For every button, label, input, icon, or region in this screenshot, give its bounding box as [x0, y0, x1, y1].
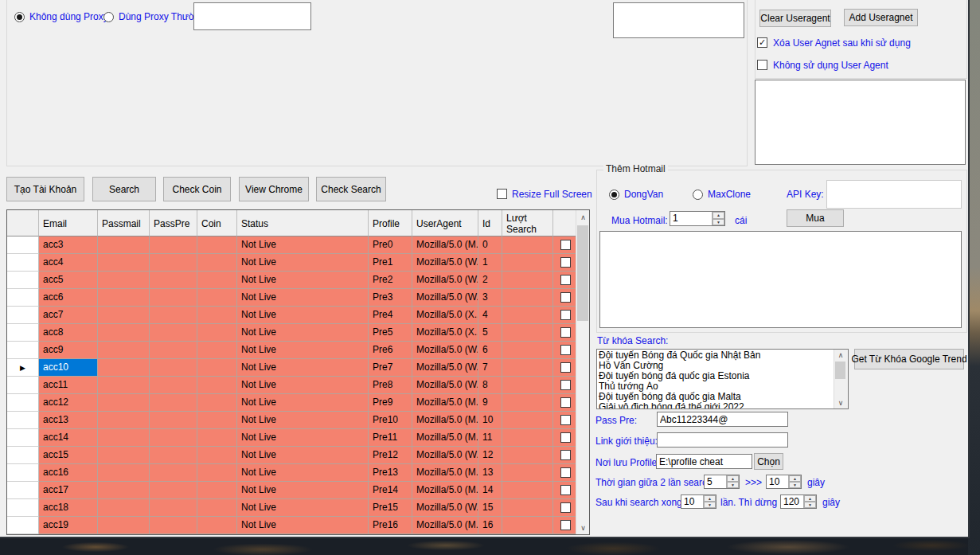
keyword-list-item[interactable]: Đội tuyển bóng đá quốc gia Estonia [597, 371, 834, 381]
cell-status[interactable]: Not Live [237, 412, 369, 429]
cell-passmail[interactable] [98, 359, 150, 377]
stop-stepper[interactable]: 120 ▲▼ [780, 494, 817, 509]
cell-coin[interactable] [197, 377, 237, 394]
table-row[interactable]: acc16Not LivePre13Mozilla/5.0 (M...13 [7, 464, 589, 482]
between-min-stepper[interactable]: 5 ▲▼ [704, 475, 740, 489]
spin-up-icon[interactable]: ▲ [804, 495, 816, 502]
cell-coin[interactable] [197, 359, 237, 377]
table-row[interactable]: acc5Not LivePre2Mozilla/5.0 (W...2 [7, 272, 589, 289]
cell-id[interactable]: 13 [478, 464, 502, 482]
spin-up-icon[interactable]: ▲ [713, 212, 724, 219]
table-row[interactable]: acc17Not LivePre14Mozilla/5.0 (M...14 [7, 482, 589, 499]
cell-passmail[interactable] [98, 342, 150, 359]
cell-id[interactable]: 10 [478, 412, 502, 429]
cell-passpre[interactable] [150, 307, 197, 324]
row-checkbox[interactable] [560, 292, 571, 303]
cell-passmail[interactable] [98, 236, 150, 254]
cell-passmail[interactable] [98, 447, 150, 464]
cell-profile[interactable]: Pre12 [369, 447, 412, 464]
col-header-passmail[interactable]: Passmail [98, 210, 150, 236]
cell-profile[interactable]: Pre9 [369, 394, 412, 412]
cell-luot[interactable] [502, 307, 553, 324]
cell-passpre[interactable] [150, 342, 197, 359]
search-button[interactable]: Search [92, 177, 156, 201]
cell-id[interactable]: 14 [478, 482, 502, 499]
table-row[interactable]: acc18Not LivePre15Mozilla/5.0 (W...15 [7, 499, 589, 517]
cell-id[interactable]: 7 [478, 359, 502, 377]
row-checkbox[interactable] [560, 240, 571, 250]
cell-status[interactable]: Not Live [237, 447, 369, 464]
cell-profile[interactable]: Pre0 [369, 236, 412, 254]
scroll-up-icon[interactable]: ∧ [834, 350, 847, 361]
cell-id[interactable]: 6 [478, 342, 502, 359]
referral-link-input[interactable] [657, 432, 788, 448]
cell-id[interactable]: 9 [478, 394, 502, 412]
cell-useragent[interactable]: Mozilla/5.0 (X... [412, 307, 478, 324]
cell-passpre[interactable] [150, 499, 197, 517]
col-header-coin[interactable]: Coin [197, 210, 237, 236]
cell-luot[interactable] [502, 517, 553, 534]
cell-coin[interactable] [197, 342, 237, 359]
keyword-list-item[interactable]: Hồ Văn Cường [597, 361, 834, 371]
row-header-cell[interactable] [7, 236, 39, 254]
row-header-cell[interactable] [7, 289, 39, 307]
cell-useragent[interactable]: Mozilla/5.0 (X... [412, 324, 478, 342]
cell-luot[interactable] [502, 412, 553, 429]
cell-passmail[interactable] [98, 517, 150, 534]
scrollbar-thumb[interactable] [577, 225, 588, 321]
between-min-value[interactable]: 5 [705, 475, 726, 488]
cell-coin[interactable] [197, 412, 237, 429]
between-max-value[interactable]: 10 [767, 475, 788, 488]
cell-id[interactable]: 0 [478, 236, 502, 254]
cell-luot[interactable] [502, 272, 553, 289]
cell-profile[interactable]: Pre1 [369, 254, 412, 272]
col-header-email[interactable]: Email [39, 210, 98, 236]
table-row[interactable]: ▶acc10Not LivePre7Mozilla/5.0 (W...7 [7, 359, 589, 377]
cell-passmail[interactable] [98, 464, 150, 482]
row-header-cell[interactable] [7, 517, 39, 534]
row-selector-arrow-icon[interactable]: ▶ [7, 359, 39, 377]
cell-passmail[interactable] [98, 307, 150, 324]
cell-passpre[interactable] [150, 254, 197, 272]
keyword-list-item[interactable]: Đội tuyển Bóng đá Quốc gia Nhật Bản [597, 350, 834, 361]
col-header-luot-search[interactable]: Lượt Search [502, 210, 553, 236]
cell-id[interactable]: 15 [478, 499, 502, 517]
cell-email[interactable]: acc18 [39, 499, 98, 517]
table-row[interactable]: acc14Not LivePre11Mozilla/5.0 (M...11 [7, 429, 589, 447]
api-key-input[interactable] [826, 180, 962, 209]
cell-profile[interactable]: Pre13 [369, 464, 412, 482]
buy-quantity-stepper[interactable]: 1 ▲▼ [670, 211, 725, 226]
cell-coin[interactable] [197, 464, 237, 482]
cell-coin[interactable] [197, 394, 237, 412]
hotmail-listbox[interactable] [599, 231, 962, 328]
cell-email[interactable]: acc8 [39, 324, 98, 342]
grid-vertical-scrollbar[interactable]: ∧ ∨ [576, 210, 590, 534]
cell-coin[interactable] [197, 236, 237, 254]
cell-coin[interactable] [197, 429, 237, 447]
cell-luot[interactable] [502, 342, 553, 359]
cell-email[interactable]: acc6 [39, 289, 98, 307]
keyword-list-item[interactable]: Thủ tướng Áo [597, 381, 834, 392]
get-google-trend-button[interactable]: Get Từ Khóa Google Trend [854, 349, 964, 369]
row-header-cell[interactable] [7, 447, 39, 464]
between-max-spin-buttons[interactable]: ▲▼ [788, 475, 801, 488]
cell-email[interactable]: acc5 [39, 272, 98, 289]
cell-luot[interactable] [502, 447, 553, 464]
cell-useragent[interactable]: Mozilla/5.0 (M... [412, 429, 478, 447]
row-checkbox[interactable] [560, 415, 571, 425]
cell-email[interactable]: acc7 [39, 307, 98, 324]
cell-passpre[interactable] [150, 412, 197, 429]
cell-luot[interactable] [502, 377, 553, 394]
cell-passmail[interactable] [98, 254, 150, 272]
cell-useragent[interactable]: Mozilla/5.0 (W... [412, 499, 478, 517]
table-row[interactable]: acc11Not LivePre8Mozilla/5.0 (W...8 [7, 377, 589, 394]
stop-value[interactable]: 120 [781, 495, 803, 508]
cell-passmail[interactable] [98, 429, 150, 447]
table-row[interactable]: acc7Not LivePre4Mozilla/5.0 (X...4 [7, 307, 589, 324]
cell-profile[interactable]: Pre15 [369, 499, 412, 517]
cell-passpre[interactable] [150, 324, 197, 342]
row-header-cell[interactable] [7, 499, 39, 517]
cell-useragent[interactable]: Mozilla/5.0 (M... [412, 517, 478, 534]
check-search-button[interactable]: Check Search [316, 177, 386, 201]
radio-dongvan[interactable] [609, 190, 619, 200]
